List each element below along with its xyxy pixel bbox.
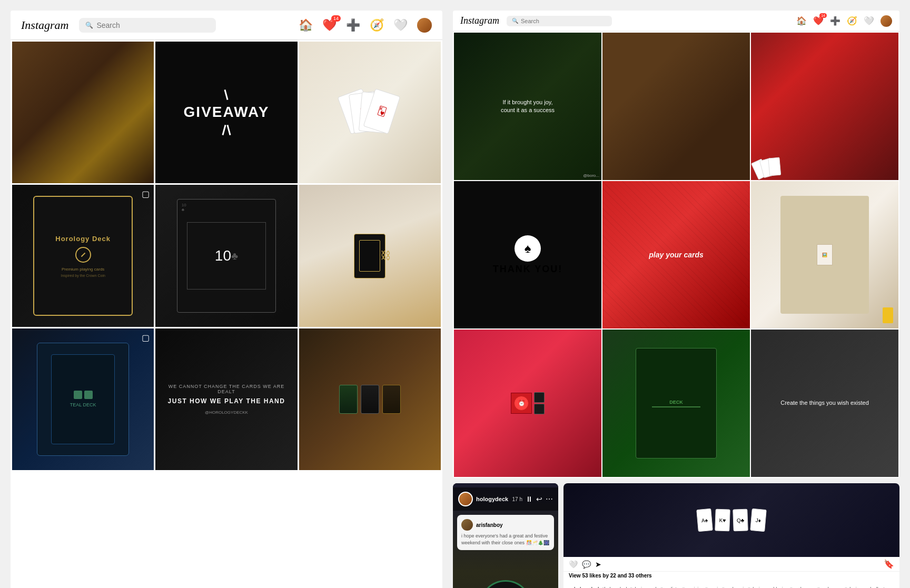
mini-search-icon: 🔍 (512, 18, 518, 24)
story-share-icon[interactable]: ↩ (536, 495, 542, 503)
mini-ig-header: Instagram 🔍 🏠 ❤️ 14 ➕ 🧭 🤍 (453, 11, 899, 32)
posts-grid: GIVEAWAY 🂡 🂱 🂻 🂾 (11, 40, 442, 472)
multi-post-icon-2: ▢ (142, 333, 150, 343)
grid-item-4[interactable]: Horology Deck Premium playing cards Insp… (12, 185, 154, 326)
story-header: hologydeck 17 h ⏸ ↩ ⋯ (453, 487, 558, 511)
story-more-icon[interactable]: ⋯ (546, 495, 553, 503)
mini-grid-item-6[interactable]: 🖼️ (751, 181, 898, 328)
reactions-bar: 🤍 💬 ➤ 🔖 (563, 557, 899, 572)
mini-posts-grid: If it brought you joy,count it as a succ… (453, 32, 899, 478)
search-box[interactable]: 🔍 (79, 18, 216, 33)
notification-badge: 14 (331, 15, 341, 22)
mini-grid-item-5[interactable]: play your cards (602, 181, 750, 328)
horology-deck-card: Horology Deck Premium playing cards Insp… (33, 196, 133, 316)
grid-item-5[interactable]: 10 ♣ 10♣ (155, 185, 297, 326)
left-instagram-window: Instagram 🔍 🏠 ❤️ 14 ➕ 🧭 🤍 GIVEAWAY (11, 11, 442, 588)
comments-body: hologydeck #hologydeck #playingcards #ca… (563, 580, 899, 588)
mini-grid-item-2[interactable] (602, 33, 750, 180)
grid-item-1[interactable] (12, 42, 154, 183)
story-controls: ⏸ ↩ ⋯ (526, 495, 553, 503)
grid-item-6[interactable]: ⛓ (299, 185, 441, 326)
grid-item-8[interactable]: WE CANNOT CHANGE THE CARDS WE ARE DEALT … (155, 328, 297, 470)
multi-post-icon: ▢ (142, 189, 150, 199)
grid-item-9[interactable] (299, 328, 441, 470)
comments-panel: A♠ K♥ Q♣ J♦ 🤍 💬 ➤ 🔖 View 53 likes by 22 … (563, 483, 899, 588)
mini-avatar[interactable] (881, 15, 892, 27)
search-icon: 🔍 (85, 22, 93, 29)
mini-search-box[interactable]: 🔍 (507, 16, 612, 26)
search-input[interactable] (96, 21, 210, 29)
story-pause-icon[interactable]: ⏸ (526, 495, 533, 503)
post-hashtags: hologydeck #hologydeck #playingcards #ca… (569, 584, 894, 588)
nav-icons: 🏠 ❤️ 14 ➕ 🧭 🤍 (299, 18, 432, 33)
mini-grid-item-8[interactable]: DECK (602, 330, 750, 477)
joy-quote-text: If it brought you joy,count it as a succ… (461, 93, 594, 120)
mini-grid-item-9[interactable]: Create the things you wish existed (751, 330, 898, 477)
create-things-text: Create the things you wish existed (777, 396, 872, 410)
story-poster-avatar (458, 492, 473, 506)
mini-explore-icon[interactable]: 🧭 (847, 16, 857, 26)
post-image: A♠ K♥ Q♣ J♦ (563, 483, 899, 557)
story-poster-username: hologydeck (476, 496, 509, 502)
mini-grid-item-3[interactable] (751, 33, 898, 180)
likes-count-text: View 53 likes by 22 and 33 others (563, 572, 899, 580)
cards-quote-handle: @HOROLOGYDECKK (164, 410, 289, 415)
mini-grid-item-7[interactable]: ⏰ (454, 330, 601, 477)
home-icon[interactable]: 🏠 (299, 18, 313, 32)
mini-home-icon[interactable]: 🏠 (796, 16, 807, 26)
mini-notifications-icon[interactable]: ❤️ 14 (813, 16, 824, 26)
grid-item-2[interactable]: GIVEAWAY (155, 42, 297, 183)
mini-instagram-window: Instagram 🔍 🏠 ❤️ 14 ➕ 🧭 🤍 (453, 11, 899, 478)
mini-create-icon[interactable]: ➕ (830, 16, 840, 26)
mini-instagram-logo: Instagram (460, 15, 499, 26)
notifications-icon[interactable]: ❤️ 14 (322, 18, 337, 32)
thank-you-text: THANK YOU! (493, 264, 563, 275)
share-icon[interactable]: ➤ (595, 560, 601, 569)
activity-icon[interactable]: 🤍 (393, 18, 408, 32)
story-comment-bubble: arisfanboy i hope everyone's had a great… (457, 515, 554, 550)
instagram-logo: Instagram (21, 18, 68, 32)
giveaway-text: GIVEAWAY (184, 104, 270, 121)
mini-notification-badge: 14 (819, 13, 827, 18)
bottom-row: hologydeck 17 h ⏸ ↩ ⋯ (453, 483, 899, 588)
avatar[interactable] (417, 18, 432, 33)
mini-grid-item-4[interactable]: ♠ THANK YOU! (454, 181, 601, 328)
mini-search-input[interactable] (521, 18, 607, 24)
ig-header: Instagram 🔍 🏠 ❤️ 14 ➕ 🧭 🤍 (11, 11, 442, 40)
create-post-icon[interactable]: ➕ (346, 18, 360, 32)
mini-activity-icon[interactable]: 🤍 (864, 16, 874, 26)
story-comment-content: i hope everyone's had a great and festiv… (461, 533, 550, 546)
cards-quote-line1: WE CANNOT CHANGE THE CARDS WE ARE DEALT (164, 384, 289, 394)
like-icon[interactable]: 🤍 (569, 560, 578, 569)
explore-icon[interactable]: 🧭 (370, 18, 384, 32)
save-icon[interactable]: 🔖 (884, 559, 894, 569)
grid-item-3[interactable]: 🂡 🂱 🂻 🂾 (299, 42, 441, 183)
mini-nav-icons: 🏠 ❤️ 14 ➕ 🧭 🤍 (796, 15, 892, 27)
story-post-time: 17 h (512, 496, 522, 502)
comment-icon[interactable]: 💬 (582, 560, 591, 569)
right-panel: Instagram 🔍 🏠 ❤️ 14 ➕ 🧭 🤍 (453, 11, 899, 588)
story-card: hologydeck 17 h ⏸ ↩ ⋯ (453, 483, 558, 588)
mini-grid-item-1[interactable]: If it brought you joy,count it as a succ… (454, 33, 601, 180)
cards-quote-line2: JUST HOW WE PLAY THE HAND (164, 397, 289, 406)
grid-item-7[interactable]: TEAL DECK ▢ (12, 328, 154, 470)
story-commenter-name: arisfanboy (476, 522, 503, 528)
